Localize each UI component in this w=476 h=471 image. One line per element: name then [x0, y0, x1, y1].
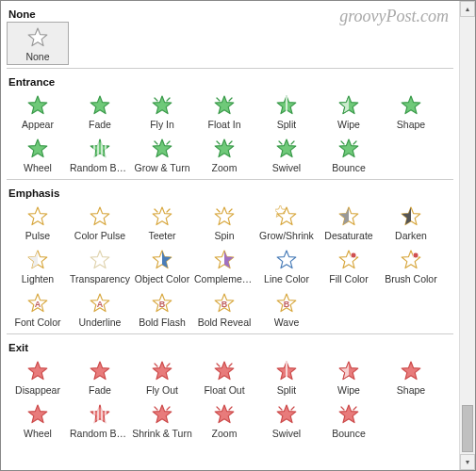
effect-item[interactable]: Fill Color [318, 244, 380, 287]
effect-item[interactable]: Object Color [131, 244, 193, 287]
effect-label: Fly In [150, 119, 174, 130]
effect-label: Shrink & Turn [132, 428, 192, 439]
section-title: Emphasis [7, 184, 453, 201]
effect-label: Complemen... [194, 273, 254, 284]
star-icon [88, 93, 112, 118]
effect-item[interactable]: Brush Color [380, 244, 442, 287]
star-icon [25, 25, 50, 50]
svg-text:A: A [97, 300, 104, 309]
effect-item[interactable]: Fade [69, 89, 131, 133]
effect-label: Bounce [332, 162, 366, 173]
svg-line-8 [155, 98, 157, 101]
effect-label: Underline [79, 317, 122, 328]
effect-item[interactable]: Line Color [255, 244, 318, 287]
effect-label: Appear [22, 119, 54, 130]
effect-item[interactable]: Appear [7, 89, 69, 133]
effect-item[interactable]: Grow/Shrink [255, 201, 318, 244]
star-icon [212, 248, 237, 272]
effect-label: Bold Flash [139, 317, 186, 328]
svg-line-104 [217, 364, 220, 366]
effect-item[interactable]: Float In [193, 89, 255, 133]
effect-item[interactable]: Swivel [255, 133, 318, 176]
effect-item[interactable]: Shape [380, 89, 442, 133]
effect-label: Wipe [337, 119, 360, 130]
svg-line-55 [217, 209, 220, 212]
star-icon: B [212, 291, 237, 316]
effect-item[interactable]: Wipe [318, 89, 380, 133]
effect-item[interactable]: Bounce [318, 398, 380, 442]
effect-item[interactable]: Teeter [131, 201, 193, 244]
star-icon [336, 402, 361, 427]
effect-item[interactable]: A Underline [69, 287, 131, 331]
effect-item[interactable]: Split [255, 89, 318, 133]
effect-item[interactable]: Split [255, 355, 318, 398]
effect-label: None [25, 51, 49, 62]
section-title: None [7, 5, 453, 22]
effect-item[interactable]: Color Pulse [69, 201, 131, 244]
effect-item[interactable]: Wipe [318, 355, 380, 398]
effect-label: Split [277, 384, 296, 396]
effect-item[interactable]: Zoom [193, 133, 255, 176]
effect-item[interactable]: B Wave [255, 287, 318, 331]
effect-item[interactable]: Bounce [318, 133, 380, 176]
section-divider [7, 68, 453, 69]
effect-item[interactable]: Lighten [7, 244, 69, 287]
effect-item[interactable]: Wheel [7, 398, 69, 442]
effect-label: Fade [89, 384, 111, 396]
effect-item[interactable]: Zoom [193, 398, 255, 442]
effect-item[interactable]: Desaturate [318, 201, 380, 244]
scroll-track[interactable] [460, 17, 475, 454]
svg-line-135 [341, 407, 344, 410]
svg-line-12 [217, 98, 220, 101]
effect-item[interactable]: Pulse [7, 201, 69, 244]
star-icon [336, 204, 361, 229]
effect-label: Swivel [272, 428, 301, 439]
star-icon: B [274, 291, 299, 316]
star-icon [212, 93, 237, 118]
svg-line-123 [155, 407, 157, 410]
effect-item[interactable]: Complemen... [193, 244, 255, 287]
effect-label: Disappear [15, 384, 60, 396]
svg-line-105 [229, 364, 232, 366]
effect-item[interactable]: B Bold Flash [131, 287, 193, 331]
star-icon [25, 93, 50, 118]
effect-item[interactable]: Float Out [193, 355, 255, 398]
svg-line-43 [341, 141, 344, 144]
svg-line-136 [353, 407, 356, 410]
effect-item[interactable]: None [7, 22, 69, 65]
effect-item[interactable]: A Font Color [7, 287, 69, 331]
effect-item[interactable]: Darken [380, 201, 442, 244]
svg-line-132 [291, 407, 294, 410]
scroll-up-button[interactable]: ▴ [460, 1, 475, 17]
effect-label: Teeter [148, 230, 175, 241]
effect-item[interactable]: Grow & Turn [131, 133, 193, 176]
effect-item[interactable]: Fade [69, 355, 131, 398]
effect-label: Spin [214, 230, 234, 241]
scroll-thumb[interactable] [462, 405, 473, 452]
effect-item[interactable]: Disappear [7, 355, 69, 398]
effect-item[interactable]: Fly Out [131, 355, 193, 398]
effect-label: Pulse [25, 230, 50, 241]
star-icon [150, 137, 174, 161]
effect-item[interactable]: Shape [380, 355, 442, 398]
effect-item[interactable]: Random Bars [69, 398, 131, 442]
effect-label: Object Color [135, 273, 189, 284]
effect-item[interactable]: Transparency [69, 244, 131, 287]
star-icon [25, 204, 50, 229]
star-icon [212, 402, 237, 427]
effect-item[interactable]: Spin [193, 201, 255, 244]
scroll-down-button[interactable]: ▾ [460, 454, 475, 470]
effect-item[interactable]: B Bold Reveal [193, 287, 255, 331]
vertical-scrollbar[interactable]: ▴ ▾ [459, 1, 475, 470]
effect-item[interactable]: Fly In [131, 89, 193, 133]
effect-item[interactable]: Swivel [255, 398, 318, 442]
effect-item[interactable]: Wheel [7, 133, 69, 176]
star-icon [150, 204, 174, 229]
effect-label: Random Bars [70, 428, 130, 439]
svg-line-101 [167, 364, 170, 366]
effect-item[interactable]: Random Bars [69, 133, 131, 176]
effect-item[interactable]: Shrink & Turn [131, 398, 193, 442]
svg-line-39 [279, 141, 282, 144]
star-icon [150, 93, 174, 118]
svg-line-56 [229, 209, 232, 212]
